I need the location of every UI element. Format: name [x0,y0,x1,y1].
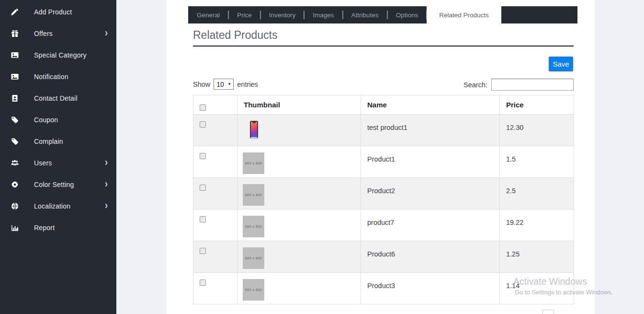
sidebar-item-label: Localization [34,202,105,210]
sidebar-item-report[interactable]: Report [0,217,116,238]
sidebar-item-label: Report [34,224,108,232]
sidebar-item-color-setting[interactable]: Color Setting› [0,174,116,195]
row-checkbox-cell [193,146,237,178]
row-checkbox[interactable] [200,279,206,286]
product-thumbnail-placeholder: 600 x 600 [243,247,264,269]
pen-icon [11,8,19,16]
sidebar-item-offers[interactable]: Offers› [0,23,116,44]
tab-inventory[interactable]: Inventory [260,6,305,23]
table-row: 600 x 600Product11.5 [193,146,574,178]
product-thumbnail-placeholder: 600 x 600 [243,152,264,174]
sidebar-item-complain[interactable]: Complain [0,130,116,152]
sidebar-item-add-product[interactable]: Add Product [0,1,116,23]
image-icon [11,72,19,81]
sidebar-item-label: Offers [34,30,105,37]
sidebar-item-label: Contact Detail [34,94,108,102]
placeholder-size-label: 600 x 600 [245,288,262,291]
thumbnail-cell: 600 x 600 [237,209,361,241]
contact-card-icon [11,94,19,103]
chevron-right-icon: › [105,159,108,167]
row-checkbox[interactable] [200,185,206,191]
entries-label: entries [237,81,258,88]
heading-divider [193,46,574,47]
row-checkbox-cell [193,241,237,273]
placeholder-size-label: 600 x 600 [245,162,262,165]
column-header-thumbnail[interactable]: Thumbnail [237,95,361,115]
select-all-header-cell [193,95,237,115]
tab-label: Images [313,12,334,19]
gear-icon [11,180,19,189]
tab-label: Price [237,12,252,19]
tab-general[interactable]: General [188,6,228,23]
row-checkbox[interactable] [200,153,206,159]
main-panel: GeneralPriceInventoryImagesAttributesOpt… [167,0,595,314]
sidebar-item-label: Special Category [34,51,108,59]
globe-icon [11,202,19,210]
thumbnail-cell: 600 x 600 [237,241,361,273]
placeholder-size-label: 600 x 600 [245,256,262,260]
row-checkbox-cell [193,178,237,209]
product-name-cell: product7 [361,209,500,241]
row-checkbox-cell [193,273,237,304]
sidebar-item-label: Color Setting [34,181,105,188]
placeholder-size-label: 600 x 600 [245,193,262,197]
product-price-cell: 1.14 [500,273,574,304]
table-row: 600 x 600Product61.25 [193,241,574,273]
product-price-cell: 12.30 [500,115,574,146]
tab-label: Attributes [351,12,379,19]
tab-related-products[interactable]: Related Products [427,5,501,25]
product-price-cell: 2.5 [500,178,574,209]
row-checkbox-cell [193,209,237,241]
sidebar-item-coupon[interactable]: Coupon [0,109,116,130]
sidebar-item-notification[interactable]: Notification [0,66,116,87]
table-row: test product112.30 [193,115,574,146]
tab-label: Related Products [439,12,489,19]
image-icon [11,51,19,59]
tab-options[interactable]: Options [387,6,427,23]
search-label: Search: [463,81,487,89]
row-checkbox[interactable] [200,121,206,128]
chevron-right-icon: › [105,181,108,188]
product-price-cell: 1.25 [500,241,574,273]
tab-price[interactable]: Price [228,6,260,23]
sidebar: Add ProductOffers›Special CategoryNotifi… [0,0,116,314]
product-name-cell: Product6 [361,241,500,273]
product-price-cell: 1.5 [500,146,574,178]
product-name-cell: test product1 [361,115,500,146]
sidebar-item-label: Users [34,159,105,167]
sidebar-item-label: Add Product [34,8,108,16]
select-all-checkbox[interactable] [200,105,206,111]
pagination-button-partial[interactable] [542,310,554,314]
table-row: 600 x 600Product31.14 [193,273,574,304]
product-thumbnail-placeholder: 600 x 600 [243,216,264,237]
sidebar-item-label: Coupon [34,116,108,124]
search-input[interactable] [491,79,574,91]
related-products-table: ThumbnailNamePrice test product112.30600… [193,95,574,304]
tab-label: Options [396,12,418,19]
product-thumbnail-phone-image [250,121,258,139]
gift-icon [11,29,19,38]
sidebar-item-contact-detail[interactable]: Contact Detail [0,87,116,109]
row-checkbox[interactable] [200,216,206,222]
product-name-cell: Product3 [361,273,500,304]
product-name-cell: Product1 [361,146,500,178]
tab-label: Inventory [269,12,296,19]
tab-attributes[interactable]: Attributes [343,6,387,23]
thumbnail-cell: 600 x 600 [237,146,361,178]
sidebar-item-label: Notification [34,73,108,81]
sidebar-item-users[interactable]: Users› [0,152,116,174]
tab-images[interactable]: Images [304,6,342,23]
sidebar-item-special-category[interactable]: Special Category [0,44,116,66]
sidebar-item-localization[interactable]: Localization› [0,195,116,217]
column-header-price[interactable]: Price [500,95,574,115]
bar-chart-icon [11,223,19,232]
chevron-right-icon: › [105,30,108,37]
chevron-down-icon: ▼ [227,82,231,86]
page-size-select[interactable]: 10 ▼ [214,79,234,90]
column-header-name[interactable]: Name [361,95,500,115]
tag-icon [11,116,19,124]
page-size-value: 10 [216,81,224,88]
save-button[interactable]: Save [549,57,573,71]
row-checkbox[interactable] [200,248,206,254]
page-size-control: Show 10 ▼ entries [193,79,258,90]
